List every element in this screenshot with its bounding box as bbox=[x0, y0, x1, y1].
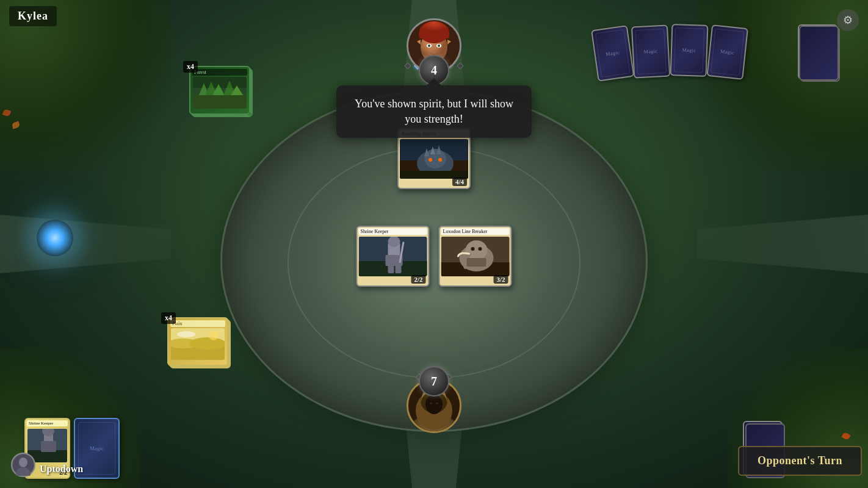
loxodon-card-title: Loxodon Line Breaker bbox=[441, 228, 510, 235]
opponent-hand-card-1: Magic bbox=[591, 25, 634, 82]
svg-point-53 bbox=[189, 337, 225, 350]
forest-art-svg bbox=[193, 77, 247, 109]
svg-point-7 bbox=[428, 45, 430, 47]
speech-bubble-text: You've shown spirit, but I will show you… bbox=[355, 98, 513, 125]
magic-logo-2: Magic bbox=[643, 48, 657, 54]
magic-logo-4: Magic bbox=[720, 49, 735, 56]
plains-card-top: Plain bbox=[167, 317, 228, 366]
baloth-stats: 4/4 bbox=[452, 178, 467, 186]
magic-logo-1: Magic bbox=[606, 49, 620, 57]
loxodon-stats: 3/2 bbox=[493, 275, 508, 284]
player-hero-portrait-wrap: 7 bbox=[407, 378, 461, 433]
svg-point-24 bbox=[429, 158, 432, 162]
loxodon-card-art bbox=[441, 237, 510, 276]
opponents-turn-text: Opponent's Turn bbox=[758, 454, 842, 467]
plains-art-svg bbox=[171, 328, 225, 360]
player-deck-stack[interactable]: Plain bbox=[167, 317, 228, 366]
library-layer-2 bbox=[799, 26, 839, 81]
svg-rect-34 bbox=[396, 265, 402, 273]
shrine-card-title: Shrine Keeper bbox=[359, 228, 427, 235]
baloth-art-svg bbox=[400, 139, 468, 179]
magic-logo-3: Magic bbox=[682, 48, 696, 54]
svg-point-39 bbox=[471, 247, 475, 251]
forest-card-art bbox=[193, 77, 247, 109]
deck-card-forest: Forest bbox=[189, 66, 250, 115]
svg-point-8 bbox=[438, 45, 440, 47]
svg-point-54 bbox=[209, 331, 219, 340]
svg-point-40 bbox=[479, 247, 482, 251]
opponent-deck-count: x4 bbox=[183, 61, 198, 73]
opponent-hand-card-4: Magic bbox=[706, 24, 748, 80]
svg-rect-33 bbox=[388, 265, 394, 273]
baloth-card-art bbox=[400, 139, 468, 179]
glow-orb bbox=[37, 220, 73, 256]
game-board: ⚙ Kylea bbox=[0, 0, 868, 488]
player-life-total: 7 bbox=[419, 366, 449, 396]
path-right bbox=[697, 195, 868, 293]
svg-rect-10 bbox=[193, 95, 247, 109]
shrine-stats: 2/2 bbox=[411, 275, 425, 284]
path-left bbox=[0, 195, 171, 293]
opponents-turn-button[interactable]: Opponent's Turn bbox=[738, 446, 862, 476]
shrine-card-art bbox=[359, 237, 427, 276]
svg-point-48 bbox=[436, 403, 438, 404]
svg-point-46 bbox=[425, 395, 443, 414]
player-avatar-svg bbox=[12, 454, 34, 476]
plains-card-art bbox=[171, 328, 225, 360]
svg-point-62 bbox=[19, 458, 27, 467]
shrine-art-svg bbox=[359, 237, 427, 276]
svg-rect-41 bbox=[467, 258, 486, 267]
player-battlefield: Shrine Keeper 2/2 L bbox=[356, 226, 512, 287]
svg-point-55 bbox=[177, 331, 195, 337]
plains-card-title: Plain bbox=[170, 320, 225, 327]
forest-card-title: Forest bbox=[192, 69, 247, 76]
card-back-border bbox=[78, 422, 115, 475]
speech-bubble: You've shown spirit, but I will show you… bbox=[336, 85, 532, 138]
opponent-hand-card-2: Magic bbox=[631, 24, 670, 78]
svg-rect-60 bbox=[41, 441, 56, 452]
opponent-deck-stack[interactable]: Forest bbox=[189, 66, 250, 115]
opponent-name-badge: Kylea bbox=[9, 6, 57, 26]
svg-rect-16 bbox=[193, 88, 247, 95]
opponent-hero-portrait: 4 bbox=[407, 18, 461, 73]
opponent-hand: Magic Magic Magic Magic bbox=[594, 24, 746, 76]
settings-icon: ⚙ bbox=[843, 13, 853, 27]
svg-point-47 bbox=[430, 403, 432, 404]
bf-card-shrine-keeper[interactable]: Shrine Keeper 2/2 bbox=[356, 226, 430, 287]
opponent-library[interactable]: Magic bbox=[798, 24, 837, 79]
opponent-hand-card-3: Magic bbox=[670, 24, 709, 77]
bf-card-loxodon[interactable]: Loxodon Line Breaker bbox=[439, 226, 512, 287]
hand-shrine-title: Shrine Keeper bbox=[27, 420, 68, 426]
player-avatar bbox=[11, 453, 35, 477]
player-deck-count: x4 bbox=[161, 312, 176, 324]
settings-button[interactable]: ⚙ bbox=[837, 9, 859, 31]
svg-point-25 bbox=[438, 158, 442, 162]
player-name-label: Uptodown bbox=[40, 464, 83, 475]
loxodon-art-svg bbox=[441, 237, 510, 276]
